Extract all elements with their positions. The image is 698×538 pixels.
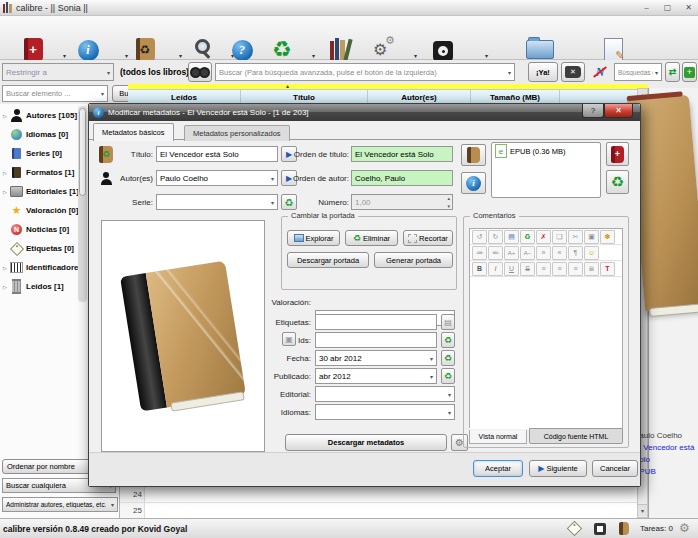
comments-editor[interactable]: ↺ ↻ ▤ ♻ ✗ ❏ ✂ ▣ ✽ ≔ ≕ A+ A− » « bbox=[469, 228, 623, 428]
author-combo[interactable]: Paulo Coelho bbox=[156, 170, 278, 186]
bullet-list-button[interactable]: ≔ bbox=[472, 246, 487, 260]
minimize-button[interactable]: – bbox=[638, 1, 655, 13]
align-left-button[interactable]: ≡ bbox=[536, 262, 551, 276]
remove-cover-button[interactable]: ♻ Eliminar bbox=[345, 230, 398, 246]
align-right-button[interactable]: ≡ bbox=[568, 262, 583, 276]
dialog-help-button[interactable]: ? bbox=[582, 104, 604, 118]
column-header-size[interactable]: Tamaño (MB) bbox=[471, 89, 560, 104]
download-cover-button[interactable]: Descargar portada bbox=[287, 252, 369, 268]
cut-button[interactable]: ✂ bbox=[568, 230, 583, 244]
generate-cover-dialog-button[interactable]: Generar portada bbox=[374, 252, 453, 268]
dialog-titlebar[interactable]: i Modificar metadatos - El Vencedor está… bbox=[89, 104, 640, 121]
maximize-button[interactable]: ▢ bbox=[659, 1, 676, 13]
publisher-combo[interactable] bbox=[315, 386, 455, 402]
clean-html-button[interactable]: ♻ bbox=[520, 230, 535, 244]
column-header-authors[interactable]: Autor(es) bbox=[368, 89, 471, 104]
dialog-close-button[interactable]: ✕ bbox=[604, 104, 633, 118]
book-row[interactable]: 24 bbox=[120, 486, 637, 502]
title-input[interactable]: El Vencedor está Solo bbox=[156, 146, 278, 162]
align-justify-button[interactable]: ≣ bbox=[584, 262, 599, 276]
close-button[interactable]: ✕ bbox=[680, 1, 697, 13]
clear-series-button[interactable]: ♻ bbox=[281, 194, 297, 210]
browse-cover-button[interactable]: Explorar bbox=[287, 230, 340, 246]
format-info-button[interactable]: i bbox=[461, 172, 486, 194]
expander-icon[interactable]: ▷ bbox=[3, 265, 10, 271]
delete-saved-search-button[interactable]: N bbox=[588, 62, 612, 82]
read-metadata-from-format-button[interactable] bbox=[461, 144, 486, 166]
search-go-button[interactable]: ¡Ya! bbox=[528, 62, 558, 82]
font-larger-button[interactable]: A+ bbox=[504, 246, 519, 260]
published-combo[interactable]: abr 2012 bbox=[315, 368, 437, 384]
italic-button[interactable]: I bbox=[488, 262, 503, 276]
tab-vista-normal[interactable]: Vista normal bbox=[469, 430, 527, 444]
comments-textarea[interactable] bbox=[470, 277, 622, 429]
clear-text-button[interactable]: ✗ bbox=[536, 230, 551, 244]
column-header-read[interactable]: Leídos bbox=[128, 89, 241, 104]
expander-icon[interactable]: ▷ bbox=[3, 284, 10, 290]
expander-icon[interactable]: ▷ bbox=[3, 113, 10, 119]
tasks-label[interactable]: Tareas: 0 bbox=[640, 524, 673, 533]
clear-search-button[interactable]: ✕ bbox=[561, 62, 585, 82]
find-item-combo[interactable]: Buscar elemento ... bbox=[2, 85, 108, 102]
ids-input[interactable] bbox=[315, 332, 437, 348]
remove-format-button[interactable]: ♻ bbox=[606, 170, 629, 194]
search-input[interactable]: Buscar (Para búsqueda avanzada, pulse el… bbox=[215, 63, 515, 81]
series-combo[interactable] bbox=[156, 194, 278, 210]
next-button[interactable]: ▶ Siguiente bbox=[529, 460, 587, 477]
saved-searches-combo[interactable]: Búsquedas guarda... bbox=[614, 63, 662, 81]
toggle-book-details-button[interactable] bbox=[613, 521, 635, 536]
tab-codigo-fuente-html[interactable]: Código fuente HTML bbox=[529, 428, 623, 444]
book-row[interactable]: 25 bbox=[120, 502, 637, 518]
format-item-epub[interactable]: e EPUB (0.36 MB) bbox=[492, 143, 600, 159]
clear-ids-button[interactable]: ♻ bbox=[441, 332, 455, 348]
undo-button[interactable]: ↺ bbox=[472, 230, 487, 244]
expander-icon[interactable]: ▷ bbox=[3, 189, 10, 195]
title-sort-input[interactable]: El Vencedor está Solo bbox=[351, 146, 453, 162]
tab-metadatos-personalizados[interactable]: Metadatos personalizados bbox=[184, 125, 290, 141]
toggle-cover-browser-button[interactable] bbox=[589, 521, 611, 536]
numbered-list-button[interactable]: ≕ bbox=[488, 246, 503, 260]
save-search-button[interactable]: + bbox=[682, 62, 697, 82]
clear-date-button[interactable]: ♻ bbox=[441, 350, 455, 366]
text-direction-button[interactable]: ¶ bbox=[568, 246, 583, 260]
insert-field-button[interactable]: ▤ bbox=[504, 230, 519, 244]
scrollbar-thumb[interactable] bbox=[79, 108, 86, 196]
expander-icon[interactable]: ▷ bbox=[3, 170, 10, 176]
outdent-button[interactable]: « bbox=[552, 246, 567, 260]
restrict-to-combo[interactable]: Restringir a bbox=[2, 63, 114, 81]
align-center-button[interactable]: ≡ bbox=[552, 262, 567, 276]
date-combo[interactable]: 30 abr 2012 bbox=[315, 350, 437, 366]
author-sort-input[interactable]: Coelho, Paulo bbox=[351, 170, 453, 186]
ok-button[interactable]: Aceptar bbox=[473, 460, 523, 477]
formats-list[interactable]: e EPUB (0.36 MB) bbox=[491, 142, 601, 198]
toggle-tag-browser-button[interactable] bbox=[563, 521, 585, 536]
cancel-button[interactable]: Cancelar bbox=[592, 460, 638, 477]
indent-button[interactable]: » bbox=[536, 246, 551, 260]
bold-button[interactable]: B bbox=[472, 262, 487, 276]
languages-combo[interactable] bbox=[315, 404, 455, 420]
tags-input[interactable] bbox=[315, 314, 437, 330]
details-format-link[interactable]: EPUB bbox=[634, 466, 698, 478]
font-smaller-button[interactable]: A− bbox=[520, 246, 535, 260]
insert-image-button[interactable]: ✽ bbox=[600, 230, 615, 244]
jobs-spinner-icon[interactable]: ⚙ bbox=[679, 521, 690, 535]
copy-button[interactable]: ❏ bbox=[552, 230, 567, 244]
underline-button[interactable]: U bbox=[504, 262, 519, 276]
download-metadata-button[interactable]: Descargar metadatos bbox=[285, 434, 447, 451]
paste-button[interactable]: ▣ bbox=[584, 230, 599, 244]
smiley-button[interactable]: ☺ bbox=[584, 246, 599, 260]
column-header-title[interactable]: Título bbox=[241, 89, 368, 104]
tag-editor-button[interactable]: ▤ bbox=[441, 314, 455, 330]
search-highlight-button[interactable] bbox=[188, 62, 212, 82]
add-format-button[interactable]: + bbox=[606, 142, 629, 166]
clear-published-button[interactable]: ♻ bbox=[441, 368, 455, 384]
strike-button[interactable]: S bbox=[520, 262, 535, 276]
copy-search-button[interactable]: ⇄ bbox=[665, 62, 680, 82]
manage-items-combo[interactable]: Administrar autores, etiquetas, etc. bbox=[2, 497, 118, 512]
text-color-button[interactable]: T bbox=[600, 262, 615, 276]
redo-button[interactable]: ↻ bbox=[488, 230, 503, 244]
tag-browser-scrollbar[interactable] bbox=[78, 106, 87, 302]
details-title-link[interactable]: El Vencedor está Solo bbox=[634, 442, 698, 466]
scroll-down-icon[interactable]: ▾ bbox=[638, 504, 647, 516]
series-number-input[interactable]: 1,00 bbox=[351, 194, 453, 210]
